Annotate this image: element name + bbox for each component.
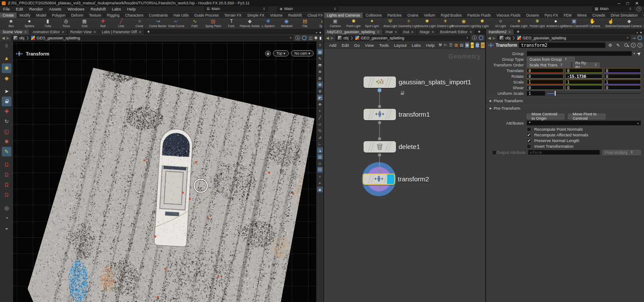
shelf-tab-simple-fx[interactable]: Simple FX — [245, 13, 267, 18]
shelf-tool-point-light[interactable]: ✺Point Light — [344, 19, 363, 28]
view-lock-icon[interactable] — [265, 51, 271, 56]
asset-chest-icon[interactable]: ▭ — [481, 42, 485, 48]
snap-grid-magnet-icon[interactable]: Ω — [2, 160, 11, 170]
scale-z-field[interactable]: 1 — [604, 80, 641, 84]
section-pivot-transform[interactable]: ▶Pivot Transform — [486, 97, 644, 104]
menu-help[interactable]: Help — [124, 7, 139, 11]
link-target-icon[interactable] — [302, 35, 307, 40]
shelf-tool-platonic-solids[interactable]: ◆Platonic Solids — [241, 19, 259, 28]
tab-close-icon[interactable]: ✕ — [431, 30, 434, 34]
shelf-tab-terrain-fx[interactable]: Terrain FX — [222, 13, 245, 18]
net-menu-go[interactable]: Go — [352, 43, 362, 48]
shelf-tab-pyro-fx[interactable]: Pyro FX — [542, 13, 561, 18]
shelf-tool-sky-light[interactable]: ✸Sky Light — [473, 19, 491, 28]
shelf-tab-drive-simulation[interactable]: Drive Simulation — [608, 13, 641, 18]
node-connector-dot[interactable] — [378, 88, 382, 92]
primitive-select-icon[interactable]: ▱ — [317, 121, 323, 127]
net-menu-help[interactable]: Help — [424, 43, 437, 48]
shelf-tab-particle-fluids[interactable]: Particle Fluids — [465, 13, 494, 18]
help-icon[interactable]: ? — [637, 43, 642, 48]
shelf-tool-path[interactable]: ∿Path — [186, 19, 204, 28]
rotate-tool-icon[interactable]: ↻ — [2, 117, 11, 126]
angle-snap-icon[interactable]: ∟ — [317, 141, 323, 146]
menu-windows[interactable]: Windows — [64, 7, 88, 11]
back-icon[interactable]: ◀ — [2, 36, 5, 40]
node-connector-dot[interactable] — [378, 185, 381, 188]
shelf-tab-cloud-fx[interactable]: Cloud FX — [305, 13, 322, 18]
shelf-tab-collisions[interactable]: Collisions — [363, 13, 385, 18]
shelf-tool-curve-bezier[interactable]: ↝Curve Bezier — [149, 19, 167, 28]
visible-only-icon[interactable]: ⊗ — [317, 69, 323, 74]
output-attribute-mode-dropdown[interactable]: Post-Multiply⇕ — [602, 150, 641, 155]
help-mode-icon[interactable]: ? — [317, 42, 323, 48]
network-canvas[interactable]: Geometry gaussian_splats_import1transfor… — [324, 49, 485, 302]
view-dolly-icon[interactable]: ◒ — [2, 223, 11, 233]
color-palette-icon[interactable]: ▦ — [454, 42, 458, 48]
shelf-tab-characters[interactable]: Characters — [122, 13, 147, 18]
path-node[interactable]: GEO_gaussian_splatting — [361, 36, 405, 40]
select-fully-contained-icon[interactable]: ◩ — [317, 95, 323, 101]
group-type-dropdown[interactable]: Guess from Group⇕ — [527, 57, 575, 62]
link-target-icon[interactable] — [479, 35, 483, 40]
tab--obj-geo-gaussian-splatting[interactable]: /obj/GEO_gaussian_splatting✕ — [324, 29, 383, 35]
shelf-tool-font[interactable]: TFont — [222, 19, 241, 28]
group-field[interactable] — [527, 51, 632, 56]
list-view-icon[interactable]: ☰ — [449, 42, 452, 48]
grid-snap-icon[interactable]: ▤ — [460, 42, 464, 48]
shelf-tool-spot-light[interactable]: ✦Spot Light — [363, 19, 381, 28]
shelf-tab-rigid-bodies[interactable]: Rigid Bodies — [438, 13, 465, 18]
pane-split-icon[interactable]: ▪ — [316, 31, 317, 35]
checkbox-preserve-normal-length[interactable]: ✔ — [527, 139, 531, 143]
minimize-button[interactable]: – — [618, 1, 620, 6]
scale-y-field[interactable]: 1 — [565, 80, 602, 84]
tab-labs-parameter-diff[interactable]: Labs | Parameter Diff✕ — [99, 29, 145, 35]
shelf-tab-fem[interactable]: FEM — [561, 13, 574, 18]
translate-y-field[interactable]: 0 — [565, 68, 602, 73]
back-icon[interactable]: ◀ — [326, 36, 329, 40]
search-icon[interactable] — [623, 43, 629, 48]
scene-path-field[interactable]: obj ❯ GEO_gaussian_splatting ▾ — [11, 35, 294, 41]
add-shelf-tab-button[interactable]: + — [641, 12, 644, 18]
chevron-down-icon[interactable]: ▾ — [637, 121, 639, 125]
occluded-select-icon[interactable]: ⊛ — [317, 88, 323, 94]
secure-selection-icon[interactable]: ⬒ — [317, 62, 323, 68]
edge-select-icon[interactable]: ╱ — [317, 115, 323, 120]
shelf-tool-grid[interactable]: ▦Grid — [75, 19, 94, 28]
tab-close-icon[interactable]: ✕ — [377, 30, 380, 34]
shelf-tool-vr-camera[interactable]: ✋VR Camera — [583, 19, 602, 28]
character-display-icon[interactable]: ⚉ — [314, 36, 318, 40]
shelf-tool-null[interactable]: ✚Null — [94, 19, 112, 28]
shear-x-field[interactable]: 0 — [527, 85, 564, 90]
node-delete1[interactable] — [364, 141, 396, 153]
move-pivot-to-centroid-button[interactable]: Move Pivot to Centroid — [568, 114, 606, 119]
chevron-down-icon[interactable]: ▾ — [466, 36, 468, 40]
path-context[interactable]: obj — [19, 36, 24, 40]
rotate-order-dropdown[interactable]: Rx Ry Rz⇕ — [573, 62, 600, 68]
shelf-tab-deform[interactable]: Deform — [68, 13, 86, 18]
node-transform2[interactable] — [363, 174, 395, 185]
tools-icon[interactable]: ⚒ — [438, 42, 442, 48]
maximize-button[interactable]: □ — [626, 1, 629, 6]
camera-selector-pill[interactable]: No cam ▾ — [291, 50, 314, 56]
pin-icon[interactable]: ⊸ — [632, 36, 636, 40]
stow-bar-icon[interactable]: ≡ — [317, 180, 323, 186]
shelf-tool-spiral[interactable]: ◍Spiral — [314, 19, 322, 28]
tab-close-icon[interactable]: ✕ — [62, 30, 65, 34]
brush-icon[interactable]: ✎ — [615, 43, 621, 48]
tab-close-icon[interactable]: ✕ — [508, 30, 511, 34]
shelf-tool-stereo-camera[interactable]: ▣Stereo Camera — [565, 19, 583, 28]
select-tool-icon[interactable]: ➤ — [2, 87, 11, 96]
move-centroid-to-origin-button[interactable]: Move Centroid to Origin — [527, 114, 564, 119]
checkbox-recompute-affected-normals[interactable]: ✔ — [527, 133, 531, 137]
viewport-canvas[interactable] — [13, 42, 317, 302]
shelf-tab-volume[interactable]: Volume — [267, 13, 285, 18]
menu-labs[interactable]: Labs — [109, 7, 124, 11]
pane-menu-icon[interactable]: ▾ — [640, 31, 642, 35]
shelf-tab-guide-process[interactable]: Guide Process — [192, 13, 222, 18]
shelf-tab-wires[interactable]: Wires — [574, 13, 590, 18]
shelf-tool-spray-paint[interactable]: ▨Spray Paint — [204, 19, 222, 28]
construction-plane-icon[interactable]: ◮ — [317, 147, 323, 153]
ortho-views-icon[interactable]: ◇ — [317, 160, 323, 166]
rotate-y-field[interactable]: -15.1736 — [565, 74, 602, 79]
shelf-tool-l-system[interactable]: ❋L-System — [259, 19, 277, 28]
